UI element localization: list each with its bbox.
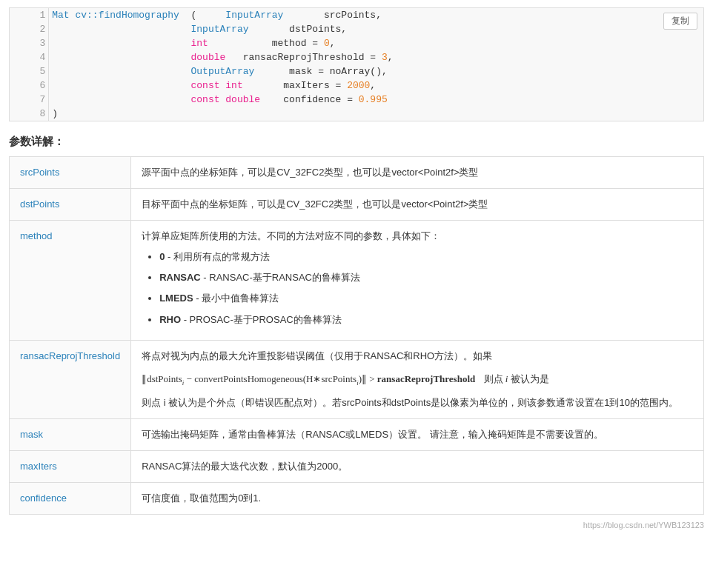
line-number: 8 [10,107,49,121]
line-number: 4 [10,50,49,64]
param-desc: RANSAC算法的最大迭代次数，默认值为2000。 [131,450,704,482]
line-number: 5 [10,64,49,78]
param-desc: 将点对视为内点的最大允许重投影错误阈值（仅用于RANSAC和RHO方法）。如果 … [131,340,704,418]
param-desc: 计算单应矩阵所使用的方法。不同的方法对应不同的参数，具体如下：0 - 利用所有点… [131,221,704,340]
table-row: mask可选输出掩码矩阵，通常由鲁棒算法（RANSAC或LMEDS）设置。 请注… [10,418,704,450]
table-row: srcPoints源平面中点的坐标矩阵，可以是CV_32FC2类型，也可以是ve… [10,157,704,189]
table-row: dstPoints目标平面中点的坐标矩阵，可以是CV_32FC2类型，也可以是v… [10,189,704,221]
code-line: double ransacReprojThreshold = 3, [49,50,703,64]
copy-button[interactable]: 复制 [663,13,697,30]
code-line: OutputArray mask = noArray(), [49,64,703,78]
code-line: InputArray dstPoints, [49,22,703,36]
line-number: 7 [10,93,49,107]
table-row: method计算单应矩阵所使用的方法。不同的方法对应不同的参数，具体如下：0 -… [10,221,704,340]
list-item: RHO - PROSAC-基于PROSAC的鲁棒算法 [159,312,693,328]
param-desc: 可信度值，取值范围为0到1. [131,482,704,514]
param-name: ransacReprojThreshold [10,340,131,418]
footer-text: https://blog.csdn.net/YWB123123 [0,515,713,535]
list-item: 0 - 利用所有点的常规方法 [159,249,693,265]
section-title: 参数详解： [9,135,704,149]
code-line: const double confidence = 0.995 [49,93,703,107]
formula: ‖dstPointsi − convertPointsHomogeneous(H… [142,370,693,389]
param-desc: 源平面中点的坐标矩阵，可以是CV_32FC2类型，也可以是vector<Poin… [131,157,704,189]
code-line: int method = 0, [49,36,703,50]
param-name: dstPoints [10,189,131,221]
param-name: maxIters [10,450,131,482]
param-name: method [10,221,131,340]
table-row: maxItersRANSAC算法的最大迭代次数，默认值为2000。 [10,450,704,482]
param-desc: 可选输出掩码矩阵，通常由鲁棒算法（RANSAC或LMEDS）设置。 请注意，输入… [131,418,704,450]
list-item: LMEDS - 最小中值鲁棒算法 [159,290,693,307]
list-item: RANSAC - RANSAC-基于RANSAC的鲁棒算法 [159,270,693,286]
params-table: srcPoints源平面中点的坐标矩阵，可以是CV_32FC2类型，也可以是ve… [9,156,704,515]
code-line: const int maxIters = 2000, [49,78,703,93]
table-row: confidence可信度值，取值范围为0到1. [10,482,704,514]
code-line: ) [49,107,703,121]
code-table: 1Mat cv::findHomography ( InputArray src… [10,8,703,121]
line-number: 6 [10,78,49,93]
line-number: 3 [10,36,49,50]
table-row: ransacReprojThreshold将点对视为内点的最大允许重投影错误阈值… [10,340,704,418]
param-name: mask [10,418,131,450]
param-name: srcPoints [10,157,131,189]
param-desc: 目标平面中点的坐标矩阵，可以是CV_32FC2类型，也可以是vector<Poi… [131,189,704,221]
line-number: 2 [10,22,49,36]
code-block: 复制 1Mat cv::findHomography ( InputArray … [9,7,704,121]
code-line: Mat cv::findHomography ( InputArray srcP… [49,8,703,22]
param-name: confidence [10,482,131,514]
line-number: 1 [10,8,49,22]
